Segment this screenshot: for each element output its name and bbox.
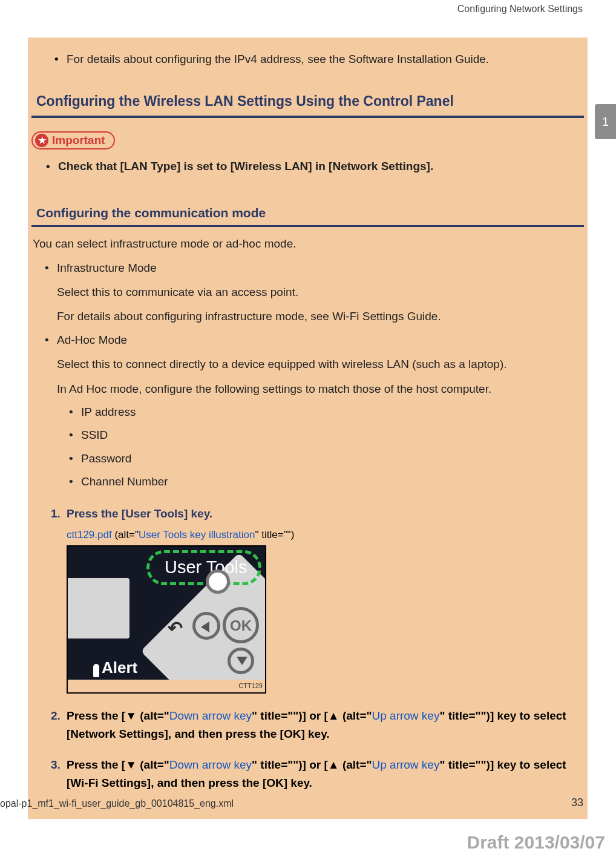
important-label: Important — [52, 134, 105, 147]
imgref-alttext: User Tools key illustration — [139, 529, 255, 540]
step-2: 2. Press the [▼ (alt="Down arrow key" ti… — [45, 707, 569, 743]
step-2-altopen2: (alt=" — [339, 709, 372, 722]
step-3-upalt: Up arrow key — [372, 758, 440, 771]
ok-key-icon: OK — [223, 607, 259, 643]
step-2-mid: ] or [ — [303, 709, 328, 722]
mode-adhoc-line1: Select this to connect directly to a dev… — [57, 355, 588, 373]
adhoc-sub-channel: Channel Number — [69, 473, 588, 491]
adhoc-sub-password: Password — [69, 450, 588, 468]
step-2-upalt: Up arrow key — [372, 709, 440, 722]
chapter-tab: 1 — [595, 104, 616, 139]
important-badge: ★ Important — [31, 131, 115, 149]
mode-infra: Infrastructure Mode Select this to commu… — [45, 259, 588, 326]
step-2-altopen1: (alt=" — [137, 709, 169, 722]
adhoc-sub-ssid: SSID — [69, 426, 588, 444]
important-bullet: Check that [LAN Type] is set to [Wireles… — [46, 158, 588, 175]
down-arrow-icon: ▼ — [125, 709, 137, 722]
intro-text: You can select infrastructure mode or ad… — [28, 227, 588, 254]
step-1-text: Press the [User Tools] key. — [67, 507, 212, 520]
step-3-downalt: Down arrow key — [169, 758, 252, 771]
footer-filename: opal-p1_mf1_wi-fi_user_guide_gb_00104815… — [0, 798, 234, 809]
triangle-left-icon — [201, 622, 209, 632]
note-block: For details about configuring the IPv4 a… — [28, 38, 588, 85]
step-2-num: 2. — [51, 707, 61, 724]
step-3-altclose1: " title="") — [252, 758, 303, 771]
step-1-imgref: ctt129.pdf (alt="User Tools key illustra… — [67, 527, 569, 543]
step-3-altopen2: (alt=" — [339, 758, 372, 771]
up-arrow-icon: ▲ — [328, 758, 339, 771]
note-bullet: For details about configuring the IPv4 a… — [54, 51, 569, 68]
control-panel-figure: User Tools ↶ OK Alert CTT129 — [67, 545, 266, 694]
step-3-altopen1: (alt=" — [137, 758, 169, 771]
step-2-p1: Press the [ — [67, 709, 125, 722]
panel-body: User Tools ↶ OK Alert — [68, 547, 265, 680]
figure-caption: CTT129 — [68, 680, 265, 692]
imgref-altclose: " title="") — [255, 529, 294, 540]
mode-infra-line2: For details about configuring infrastruc… — [57, 307, 588, 326]
panel-left-pad — [68, 578, 129, 638]
mode-adhoc-title: Ad-Hoc Mode — [57, 333, 127, 346]
draft-stamp: Draft 2013/03/07 — [467, 832, 606, 853]
step-3-altclose2: " title="") — [439, 758, 490, 771]
step-3: 3. Press the [▼ (alt="Down arrow key" ti… — [45, 756, 569, 792]
mode-infra-title: Infrastructure Mode — [57, 261, 157, 274]
page-content: For details about configuring the IPv4 a… — [28, 38, 588, 819]
mode-infra-line1: Select this to communicate via an access… — [57, 283, 588, 301]
down-arrow-icon: ▼ — [125, 758, 137, 771]
adhoc-sub-ip: IP address — [69, 403, 588, 421]
back-icon: ↶ — [168, 614, 183, 643]
user-tools-key-icon — [206, 570, 230, 594]
step-2-altclose2: " title="") — [439, 709, 490, 722]
triangle-down-icon — [237, 657, 247, 665]
step-1: 1. Press the [User Tools] key. ctt129.pd… — [45, 505, 569, 694]
step-3-mid: ] or [ — [303, 758, 328, 771]
imgref-file: ctt129.pdf — [67, 529, 112, 540]
step-1-num: 1. — [51, 505, 61, 522]
mode-adhoc: Ad-Hoc Mode Select this to connect direc… — [45, 331, 588, 398]
alert-lamp-icon — [93, 664, 99, 677]
heading-comm-mode: Configuring the communication mode — [31, 199, 584, 227]
imgref-altopen: (alt=" — [112, 529, 139, 540]
step-2-downalt: Down arrow key — [169, 709, 252, 722]
alert-label: Alert — [102, 655, 137, 680]
step-3-num: 3. — [51, 756, 61, 773]
footer-page-number: 33 — [571, 796, 583, 809]
up-arrow-icon: ▲ — [328, 709, 339, 722]
step-2-altclose1: " title="") — [252, 709, 303, 722]
star-icon: ★ — [35, 134, 48, 147]
mode-adhoc-line2: In Ad Hoc mode, configure the following … — [57, 380, 588, 398]
step-3-p1: Press the [ — [67, 758, 125, 771]
heading-wireless-lan: Configuring the Wireless LAN Settings Us… — [31, 85, 584, 118]
running-header: Configuring Network Settings — [457, 4, 583, 15]
